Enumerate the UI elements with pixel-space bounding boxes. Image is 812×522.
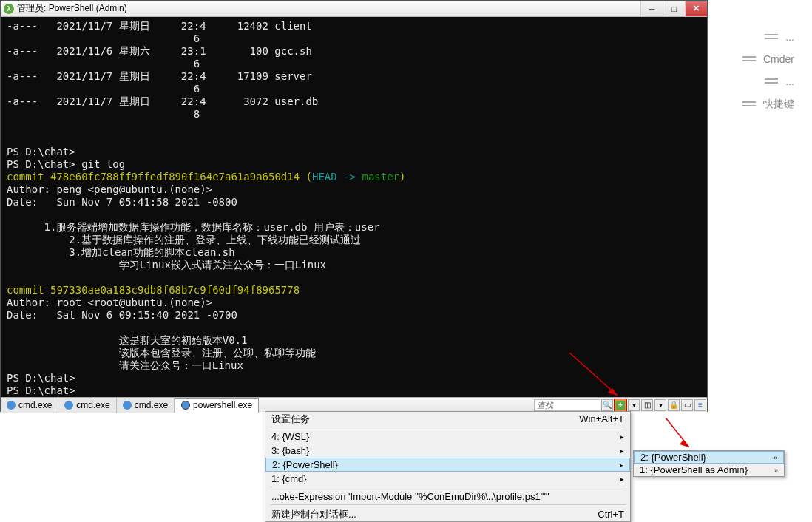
submenu: 2: {PowerShell}»1: {PowerShell as Admin}… xyxy=(633,450,785,477)
menu-item[interactable]: ...oke-Expression 'Import-Module ''%ConE… xyxy=(265,489,630,504)
app-icon: λ xyxy=(4,4,14,14)
maximize-button[interactable]: □ xyxy=(663,1,685,16)
background-item: ... xyxy=(762,72,797,90)
menu-separator xyxy=(270,487,626,489)
svg-marker-3 xyxy=(680,440,689,447)
menu-item-new-console[interactable]: 新建控制台对话框... Ctrl+T xyxy=(265,507,630,521)
dropdown-icon[interactable]: ▾ xyxy=(628,399,640,411)
chevron-right-icon: ▸ xyxy=(620,447,624,455)
cmd-icon xyxy=(7,401,16,410)
menu-item[interactable]: 1: {cmd}▸ xyxy=(265,472,630,486)
new-tab-button[interactable]: + xyxy=(615,399,626,411)
split-icon[interactable]: ◫ xyxy=(641,399,653,411)
lock-icon[interactable]: 🔒 xyxy=(668,399,680,411)
search-icon[interactable]: 🔍 xyxy=(601,399,613,411)
terminal-output[interactable]: -a--- 2021/11/7 星期日 22:4 12402 client 6-… xyxy=(1,17,707,397)
background-item: Cmder xyxy=(740,50,797,68)
menu-separator xyxy=(270,427,626,429)
background-item: 快捷键 xyxy=(740,95,797,114)
cmd-icon xyxy=(64,401,73,410)
search-input[interactable] xyxy=(534,399,600,411)
window-icon[interactable]: ▭ xyxy=(681,399,693,411)
ps-icon xyxy=(181,401,190,410)
close-button[interactable]: ✕ xyxy=(685,1,707,16)
console-tab[interactable]: cmd.exe xyxy=(1,398,58,413)
submenu-item[interactable]: 1: {PowerShell as Admin}» xyxy=(634,464,784,476)
window-title: 管理员: PowerShell (Admin) xyxy=(17,2,640,15)
statusbar: cmd.execmd.execmd.exepowershell.exe 🔍 + … xyxy=(1,397,707,412)
background-item: ... xyxy=(762,28,797,46)
tasks-menu: 设置任务 Win+Alt+T 4: {WSL}▸3: {bash}▸2: {Po… xyxy=(265,411,631,522)
titlebar[interactable]: λ 管理员: PowerShell (Admin) ─ □ ✕ xyxy=(1,1,707,17)
menu-separator xyxy=(270,504,626,506)
console-tab[interactable]: powershell.exe xyxy=(175,398,259,413)
chevron-right-icon: » xyxy=(774,454,777,461)
cmd-icon xyxy=(123,401,132,410)
chevron-right-icon: ▸ xyxy=(620,475,624,483)
chevron-right-icon: ▸ xyxy=(620,461,623,469)
chevron-right-icon: ▸ xyxy=(620,433,624,441)
chevron-right-icon: » xyxy=(774,467,778,474)
menu-item[interactable]: 3: {bash}▸ xyxy=(265,444,630,458)
dropdown2-icon[interactable]: ▾ xyxy=(654,399,666,411)
menu-header[interactable]: 设置任务 Win+Alt+T xyxy=(265,412,630,426)
menu-icon[interactable]: ≡ xyxy=(694,399,706,411)
terminal-window: λ 管理员: PowerShell (Admin) ─ □ ✕ -a--- 20… xyxy=(0,0,708,412)
submenu-item[interactable]: 2: {PowerShell}» xyxy=(634,451,784,464)
console-tab[interactable]: cmd.exe xyxy=(117,398,175,413)
menu-item[interactable]: 2: {PowerShell}▸ xyxy=(265,458,630,472)
menu-item[interactable]: 4: {WSL}▸ xyxy=(265,430,630,444)
svg-line-2 xyxy=(666,418,689,447)
console-tab[interactable]: cmd.exe xyxy=(58,398,116,413)
minimize-button[interactable]: ─ xyxy=(640,1,663,16)
